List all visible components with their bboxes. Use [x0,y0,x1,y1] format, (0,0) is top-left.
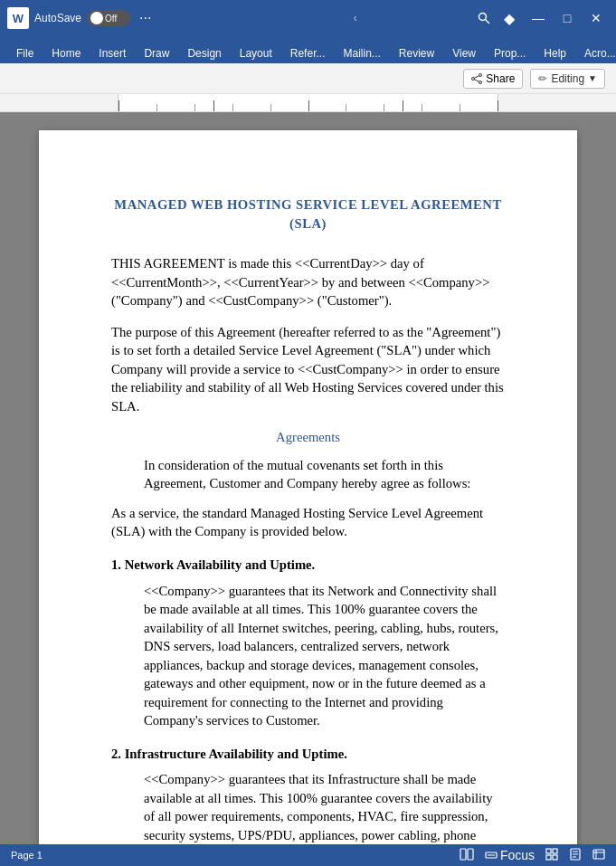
grid-view-icon[interactable] [545,848,558,863]
tab-file[interactable]: File [7,43,43,63]
close-button[interactable]: ✕ [583,5,609,31]
share-label: Share [486,72,515,85]
svg-rect-19 [593,850,604,859]
maximize-button[interactable]: □ [554,5,580,31]
statusbar-right: Focus [460,848,605,863]
tab-references[interactable]: Refer... [281,43,335,63]
read-mode-icon[interactable] [460,848,474,863]
titlebar-left: W AutoSave Off ··· [7,7,240,29]
tab-help[interactable]: Help [535,43,575,63]
focus-button[interactable]: Focus [485,848,535,862]
svg-line-5 [475,75,479,78]
editing-chevron: ▼ [588,73,597,83]
document-page: MANAGED WEB HOSTING SERVICE LEVEL AGREEM… [39,130,577,844]
svg-point-3 [472,77,475,80]
titlebar: W AutoSave Off ··· ‹ ◆ — □ ✕ [0,0,616,36]
ribbon-tabs: File Home Insert Draw Design Layout Refe… [0,36,616,63]
tab-layout[interactable]: Layout [231,43,281,63]
svg-rect-11 [546,849,551,853]
section1-body: <<Company>> guarantees that its Network … [144,582,505,730]
svg-rect-13 [546,855,551,860]
pencil-icon: ✏ [538,72,547,85]
share-button[interactable]: Share [463,69,523,89]
ruler-inner [118,94,498,111]
editing-button[interactable]: ✏ Editing ▼ [530,69,605,89]
web-layout-icon[interactable] [592,848,605,863]
tab-draw[interactable]: Draw [135,43,178,63]
toggle-off-text: Off [105,14,117,24]
ribbon-actions: Share ✏ Editing ▼ [0,63,616,94]
tab-home[interactable]: Home [43,43,90,63]
main-content-area[interactable]: MANAGED WEB HOSTING SERVICE LEVEL AGREEM… [0,112,616,844]
doc-para-4: As a service, the standard Managed Hosti… [111,504,505,541]
svg-line-1 [486,20,489,24]
page-label: Page 1 [11,850,43,861]
agreements-heading: Agreements [111,428,505,447]
svg-line-6 [475,79,479,81]
svg-point-2 [479,73,482,76]
toggle-circle [90,12,103,24]
tab-view[interactable]: View [443,43,485,63]
titlebar-center: ‹ [240,12,472,24]
tab-design[interactable]: Design [178,43,230,63]
print-layout-icon[interactable] [569,848,582,863]
doc-para-2: The purpose of this Agreement (hereafter… [111,323,505,416]
tab-proofing[interactable]: Prop... [485,43,535,63]
section2-heading: 2. Infrastructure Availability and Uptim… [111,745,505,764]
svg-rect-12 [553,849,557,853]
page-number: Page 1 [11,850,43,861]
tab-review[interactable]: Review [390,43,443,63]
statusbar: Page 1 Focus [0,844,616,866]
tab-acrobat[interactable]: Acro... [575,43,616,63]
diamond-icon[interactable]: ◆ [497,5,522,31]
focus-label: Focus [500,848,535,862]
section1-heading: 1. Network Availability and Uptime. [111,556,505,575]
ruler [0,94,616,112]
word-icon: W [7,7,29,29]
search-button[interactable] [471,7,497,29]
autosave-label: AutoSave [34,12,81,24]
doc-para-1: THIS AGREEMENT is made this <<CurrentDay… [111,254,505,310]
svg-rect-7 [460,849,466,860]
minimize-button[interactable]: — [526,5,551,31]
tab-mailings[interactable]: Mailin... [334,43,389,63]
autosave-toggle[interactable]: Off [87,10,130,26]
section2-body: <<Company>> guarantees that its Infrastr… [144,770,505,844]
breadcrumb-chevron: ‹ [354,12,357,24]
document-title: MANAGED WEB HOSTING SERVICE LEVEL AGREEM… [111,195,505,233]
editing-label: Editing [551,72,584,85]
svg-rect-14 [553,855,557,860]
doc-para-3: In consideration of the mutual covenants… [144,456,505,493]
svg-point-4 [479,81,482,83]
window-controls: ◆ — □ ✕ [497,5,609,31]
svg-rect-8 [468,849,473,860]
tab-insert[interactable]: Insert [90,43,135,63]
more-options-icon[interactable]: ··· [139,10,151,26]
